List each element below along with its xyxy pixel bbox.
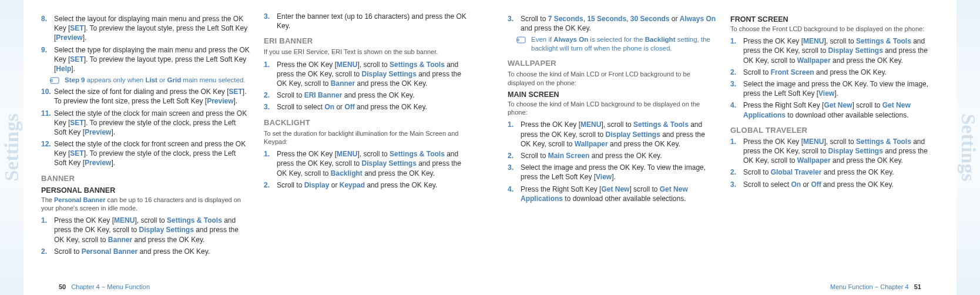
section-label-left: Settings (1, 113, 23, 181)
step-number: 3. (264, 12, 277, 31)
section-heading: GLOBAL TRAVELER (730, 126, 939, 135)
step-text: Enter the banner text (up to 16 characte… (277, 12, 472, 31)
step-text: Press the OK Key [MENU], scroll to Setti… (521, 120, 716, 149)
section-heading: ERI BANNER (264, 36, 472, 45)
step-item: 2.Scroll to Global Traveler and press th… (730, 167, 939, 177)
step-item: 9.Select the type for displaying the mai… (41, 45, 250, 74)
step-item: 3.Scroll to select On or Off and press t… (730, 180, 939, 189)
step-item: 2.Scroll to ERI Banner and press the OK … (264, 90, 472, 100)
section-heading: BACKLIGHT (264, 118, 472, 127)
description-text: To choose the Front LCD background to be… (730, 25, 939, 33)
step-item: 1.Press the OK Key [MENU], scroll to Set… (730, 137, 939, 166)
footer-left: 50 Chapter 4 − Menu Function (59, 283, 150, 290)
step-text: Select the type for displaying the main … (54, 45, 250, 74)
step-number: 2. (730, 68, 743, 77)
step-text: Select the style of the clock for main s… (54, 109, 250, 138)
section-heading: BANNER (41, 174, 250, 183)
step-text: Press the OK Key [MENU], scroll to Setti… (743, 137, 939, 166)
step-number: 1. (264, 60, 277, 89)
note-icon (49, 76, 61, 85)
step-text: Press the Right Soft Key [Get New] scrol… (743, 100, 939, 119)
step-item: 3.Select the image and press the OK Key.… (730, 79, 939, 98)
step-number: 3. (730, 79, 743, 98)
subsection-heading: MAIN SCREEN (508, 90, 716, 99)
step-number: 2. (41, 247, 54, 256)
step-item: 10.Select the size of font for dialing a… (41, 87, 250, 106)
step-item: 3.Scroll to 7 Seconds, 15 Seconds, 30 Se… (508, 14, 716, 33)
note-callout: Even if Always On is selected for the Ba… (516, 35, 716, 53)
footer-right: Menu Function − Chapter 4 51 (830, 283, 921, 290)
section-label-right: Settings (957, 113, 979, 181)
step-number: 1. (264, 149, 277, 178)
step-number: 4. (508, 185, 521, 203)
step-item: 4.Press the Right Soft Key [Get New] scr… (508, 185, 716, 203)
step-item: 2.Scroll to Display or Keypad and press … (264, 180, 472, 190)
step-text: Scroll to ERI Banner and press the OK Ke… (277, 90, 472, 100)
step-text: Scroll to Front Screen and press the OK … (743, 68, 939, 77)
step-item: 1.Press the OK Key [MENU], scroll to Set… (41, 216, 250, 244)
step-text: Select the style of the clock for front … (54, 139, 250, 168)
step-item: 1.Press the OK Key [MENU], scroll to Set… (508, 120, 716, 149)
step-number: 3. (508, 163, 521, 182)
note-callout: Step 9 appears only when List or Grid ma… (49, 76, 250, 85)
note-icon (516, 36, 528, 44)
step-text: Scroll to Global Traveler and press the … (743, 167, 939, 177)
subsection-heading: FRONT SCREEN (730, 15, 939, 24)
step-item: 1.Press the OK Key [MENU], scroll to Set… (264, 60, 472, 89)
step-item: 3.Scroll to select On or Off and press t… (264, 102, 472, 112)
step-item: 8.Select the layout for displaying main … (41, 14, 250, 43)
step-item: 11.Select the style of the clock for mai… (41, 109, 250, 138)
step-number: 1. (508, 120, 521, 149)
step-number: 1. (730, 137, 743, 166)
left-edge: Settings (0, 0, 24, 295)
step-item: 1.Press the OK Key [MENU], scroll to Set… (730, 36, 939, 65)
step-number: 3. (264, 102, 277, 112)
step-number: 9. (41, 45, 54, 74)
step-text: Press the OK Key [MENU], scroll to Setti… (54, 216, 250, 244)
description-text: If you use ERI Service, ERI Text is show… (264, 48, 472, 56)
page-spread: Settings 8.Select the layout for display… (0, 0, 980, 295)
step-text: Select the image and press the OK Key. T… (521, 163, 716, 182)
step-text: Press the Right Soft Key [Get New] scrol… (521, 185, 716, 203)
step-item: 3.Enter the banner text (up to 16 charac… (264, 12, 472, 31)
step-number: 2. (264, 90, 277, 100)
step-item: 2.Scroll to Personal Banner and press th… (41, 247, 250, 256)
step-item: 3.Select the image and press the OK Key.… (508, 163, 716, 182)
step-number: 10. (41, 87, 54, 106)
step-number: 2. (264, 180, 277, 190)
note-text: Even if Always On is selected for the Ba… (531, 35, 716, 53)
step-text: Select the image and press the OK Key. T… (743, 79, 939, 98)
step-number: 1. (730, 36, 743, 65)
step-number: 11. (41, 109, 54, 138)
step-number: 2. (508, 151, 521, 160)
step-text: Scroll to select On or Off and press the… (743, 180, 939, 189)
section-heading: WALLPAPER (508, 59, 716, 68)
step-number: 8. (41, 14, 54, 43)
step-number: 12. (41, 139, 54, 168)
step-number: 2. (730, 167, 743, 177)
note-text: Step 9 appears only when List or Grid ma… (65, 76, 245, 85)
description-text: To choose the kind of Main LCD or Front … (508, 70, 716, 87)
description-text: To set the duration for backlight illumi… (264, 129, 472, 146)
step-item: 4.Press the Right Soft Key [Get New] scr… (730, 100, 939, 119)
step-text: Press the OK Key [MENU], scroll to Setti… (277, 60, 472, 89)
step-item: 12.Select the style of the clock for fro… (41, 139, 250, 168)
step-text: Select the size of font for dialing and … (54, 87, 250, 106)
description-text: The Personal Banner can be up to 16 char… (41, 196, 250, 213)
step-item: 2.Scroll to Front Screen and press the O… (730, 68, 939, 77)
step-text: Press the OK Key [MENU], scroll to Setti… (277, 149, 472, 178)
step-number: 3. (730, 180, 743, 189)
step-number: 3. (508, 14, 521, 33)
step-text: Scroll to select On or Off and press the… (277, 102, 472, 112)
step-text: Scroll to Display or Keypad and press th… (277, 180, 472, 190)
step-item: 2.Scroll to Main Screen and press the OK… (508, 151, 716, 160)
step-text: Scroll to Main Screen and press the OK K… (521, 151, 716, 160)
step-text: Press the OK Key [MENU], scroll to Setti… (743, 36, 939, 65)
step-text: Scroll to 7 Seconds, 15 Seconds, 30 Seco… (521, 14, 716, 33)
right-page: 3.Scroll to 7 Seconds, 15 Seconds, 30 Se… (490, 0, 956, 295)
step-text: Scroll to Personal Banner and press the … (54, 247, 250, 256)
step-number: 1. (41, 216, 54, 244)
step-text: Select the layout for displaying main me… (54, 14, 250, 43)
left-page: 8.Select the layout for displaying main … (24, 0, 490, 295)
right-edge: Settings (956, 0, 980, 295)
